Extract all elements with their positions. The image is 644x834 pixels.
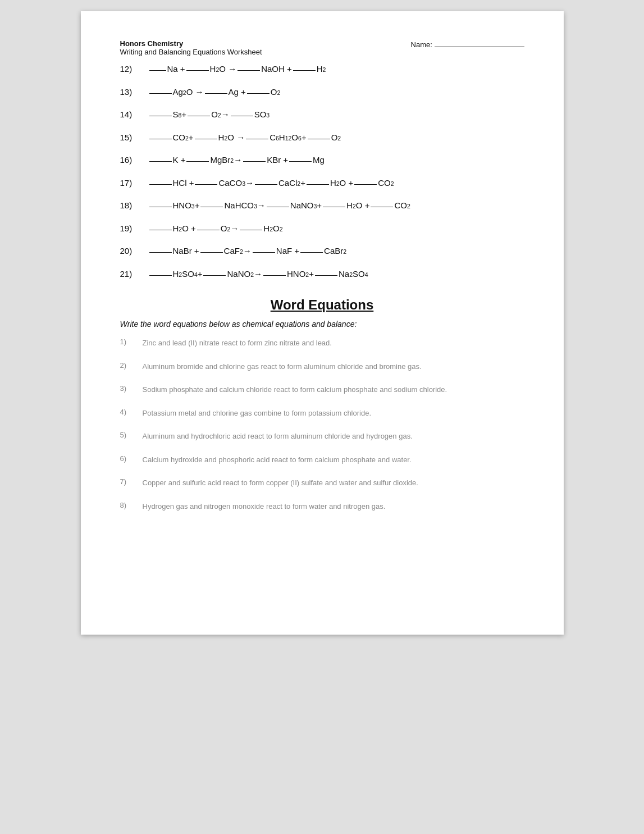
word-eq-4: 4) Potassium metal and chlorine gas comb… xyxy=(120,408,524,419)
name-field: Name: xyxy=(411,39,524,49)
equation-20: 20) NaBr + CaF2 → NaF + CaBr2 xyxy=(120,245,524,258)
word-equations-title: Word Equations xyxy=(120,297,524,313)
word-eq-2: 2) Aluminum bromide and chlorine gas rea… xyxy=(120,361,524,372)
word-eq-8: 8) Hydrogen gas and nitrogen monoxide re… xyxy=(120,501,524,512)
equation-14: 14) S8 + O2 → SO3 xyxy=(120,108,524,121)
blank xyxy=(308,139,330,139)
blank xyxy=(149,93,172,94)
blank xyxy=(149,230,172,230)
blank xyxy=(307,184,329,185)
blank xyxy=(149,139,172,139)
blank xyxy=(323,207,345,207)
name-underline xyxy=(435,39,524,47)
blank xyxy=(293,70,316,71)
equation-19: 19) H2O + O2 → H2O2 xyxy=(120,222,524,235)
header-row: Honors Chemistry Writing and Balancing E… xyxy=(120,39,524,62)
course-title: Honors Chemistry xyxy=(120,39,262,48)
blank xyxy=(289,161,312,162)
equation-15: 15) CO2 + H2O → C6H12O6 + O2 xyxy=(120,131,524,144)
blank xyxy=(200,252,223,253)
equation-16: 16) K + MgBr2 → KBr + Mg xyxy=(120,154,524,167)
blank xyxy=(205,93,227,94)
blank xyxy=(197,230,220,230)
equation-18: 18) HNO3 + NaHCO3 → NaNO3 + H2O + CO2 xyxy=(120,199,524,212)
blank xyxy=(200,207,223,207)
word-eq-1: 1) Zinc and lead (II) nitrate react to f… xyxy=(120,338,524,349)
equation-13: 13) Ag2O → Ag + O2 xyxy=(120,86,524,99)
blank xyxy=(149,161,172,162)
blank xyxy=(149,70,166,71)
equation-17: 17) HCl + CaCO3 → CaCl2 + H2O + CO2 xyxy=(120,177,524,190)
blank xyxy=(149,252,172,253)
blank xyxy=(267,207,289,207)
worksheet-page: Honors Chemistry Writing and Balancing E… xyxy=(81,11,564,635)
blank xyxy=(253,252,275,253)
word-eq-5: 5) Aluminum and hydrochloric acid react … xyxy=(120,431,524,442)
blank xyxy=(237,70,260,71)
word-eq-7: 7) Copper and sulfuric acid react to for… xyxy=(120,477,524,489)
blank xyxy=(255,184,277,185)
header-left: Honors Chemistry Writing and Balancing E… xyxy=(120,39,262,62)
blank xyxy=(243,161,266,162)
blank xyxy=(149,184,172,185)
blank xyxy=(149,275,172,276)
blank xyxy=(247,93,270,94)
blank xyxy=(246,139,268,139)
blank xyxy=(203,275,226,276)
word-eq-instructions: Write the word equations below as chemic… xyxy=(120,320,524,329)
blank xyxy=(240,230,262,230)
blank xyxy=(186,70,209,71)
blank xyxy=(300,252,323,253)
word-eq-6: 6) Calcium hydroxide and phosphoric acid… xyxy=(120,454,524,466)
blank xyxy=(354,184,377,185)
blank xyxy=(263,275,286,276)
blank xyxy=(195,184,217,185)
equation-12: 12) Na + H2O → NaOH + H2 xyxy=(120,63,524,76)
blank xyxy=(195,139,217,139)
blank xyxy=(231,116,253,116)
word-eq-3: 3) Sodium phosphate and calcium chloride… xyxy=(120,384,524,395)
worksheet-subtitle: Writing and Balancing Equations Workshee… xyxy=(120,48,262,56)
blank xyxy=(315,275,337,276)
equation-21: 21) H2SO4 + NaNO2 → HNO2 + Na2SO4 xyxy=(120,268,524,281)
blank xyxy=(149,207,172,207)
blank xyxy=(188,116,210,116)
blank xyxy=(371,207,393,207)
blank xyxy=(186,161,209,162)
blank xyxy=(149,116,172,116)
